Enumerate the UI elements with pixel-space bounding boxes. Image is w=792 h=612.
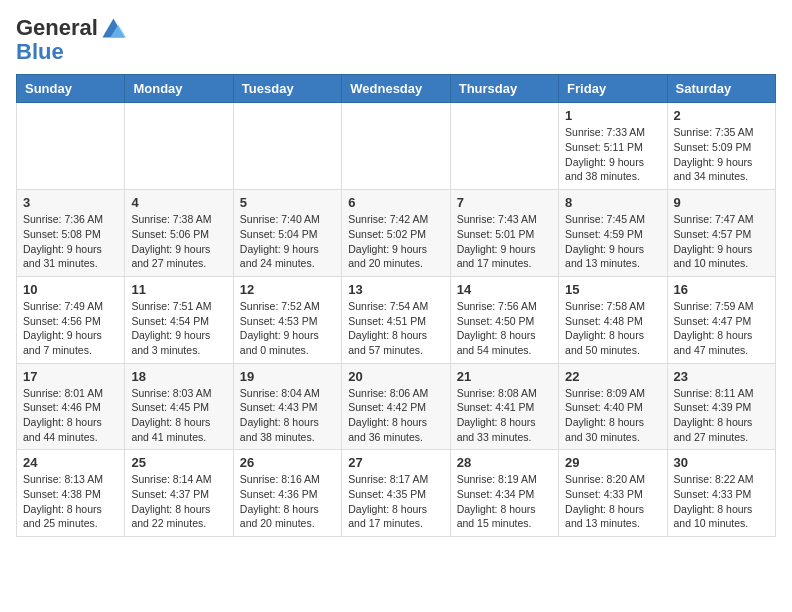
calendar-cell: 18Sunrise: 8:03 AMSunset: 4:45 PMDayligh…: [125, 363, 233, 450]
day-info: Sunrise: 7:58 AMSunset: 4:48 PMDaylight:…: [565, 299, 660, 358]
day-info: Sunrise: 8:04 AMSunset: 4:43 PMDaylight:…: [240, 386, 335, 445]
day-number: 22: [565, 369, 660, 384]
calendar-cell: 13Sunrise: 7:54 AMSunset: 4:51 PMDayligh…: [342, 276, 450, 363]
day-info: Sunrise: 7:38 AMSunset: 5:06 PMDaylight:…: [131, 212, 226, 271]
calendar-cell: 21Sunrise: 8:08 AMSunset: 4:41 PMDayligh…: [450, 363, 558, 450]
day-info: Sunrise: 7:49 AMSunset: 4:56 PMDaylight:…: [23, 299, 118, 358]
day-number: 15: [565, 282, 660, 297]
day-info: Sunrise: 8:03 AMSunset: 4:45 PMDaylight:…: [131, 386, 226, 445]
day-number: 23: [674, 369, 769, 384]
day-number: 1: [565, 108, 660, 123]
day-info: Sunrise: 8:09 AMSunset: 4:40 PMDaylight:…: [565, 386, 660, 445]
calendar-week-2: 3Sunrise: 7:36 AMSunset: 5:08 PMDaylight…: [17, 190, 776, 277]
weekday-header-monday: Monday: [125, 75, 233, 103]
calendar-cell: 30Sunrise: 8:22 AMSunset: 4:33 PMDayligh…: [667, 450, 775, 537]
calendar-cell: 26Sunrise: 8:16 AMSunset: 4:36 PMDayligh…: [233, 450, 341, 537]
calendar-cell: 14Sunrise: 7:56 AMSunset: 4:50 PMDayligh…: [450, 276, 558, 363]
calendar-week-3: 10Sunrise: 7:49 AMSunset: 4:56 PMDayligh…: [17, 276, 776, 363]
day-info: Sunrise: 8:06 AMSunset: 4:42 PMDaylight:…: [348, 386, 443, 445]
day-info: Sunrise: 8:22 AMSunset: 4:33 PMDaylight:…: [674, 472, 769, 531]
day-info: Sunrise: 8:11 AMSunset: 4:39 PMDaylight:…: [674, 386, 769, 445]
page-header: General Blue: [16, 16, 776, 64]
calendar-cell: 20Sunrise: 8:06 AMSunset: 4:42 PMDayligh…: [342, 363, 450, 450]
day-number: 20: [348, 369, 443, 384]
day-number: 14: [457, 282, 552, 297]
day-info: Sunrise: 7:33 AMSunset: 5:11 PMDaylight:…: [565, 125, 660, 184]
day-number: 7: [457, 195, 552, 210]
day-number: 9: [674, 195, 769, 210]
day-info: Sunrise: 7:47 AMSunset: 4:57 PMDaylight:…: [674, 212, 769, 271]
day-number: 19: [240, 369, 335, 384]
day-info: Sunrise: 7:59 AMSunset: 4:47 PMDaylight:…: [674, 299, 769, 358]
day-info: Sunrise: 8:19 AMSunset: 4:34 PMDaylight:…: [457, 472, 552, 531]
day-number: 3: [23, 195, 118, 210]
day-info: Sunrise: 8:13 AMSunset: 4:38 PMDaylight:…: [23, 472, 118, 531]
day-number: 24: [23, 455, 118, 470]
day-number: 6: [348, 195, 443, 210]
calendar-cell: [125, 103, 233, 190]
day-number: 26: [240, 455, 335, 470]
calendar-cell: 7Sunrise: 7:43 AMSunset: 5:01 PMDaylight…: [450, 190, 558, 277]
day-info: Sunrise: 7:35 AMSunset: 5:09 PMDaylight:…: [674, 125, 769, 184]
calendar-cell: 29Sunrise: 8:20 AMSunset: 4:33 PMDayligh…: [559, 450, 667, 537]
weekday-header-friday: Friday: [559, 75, 667, 103]
calendar-cell: 25Sunrise: 8:14 AMSunset: 4:37 PMDayligh…: [125, 450, 233, 537]
calendar-cell: 27Sunrise: 8:17 AMSunset: 4:35 PMDayligh…: [342, 450, 450, 537]
day-info: Sunrise: 8:01 AMSunset: 4:46 PMDaylight:…: [23, 386, 118, 445]
weekday-header-tuesday: Tuesday: [233, 75, 341, 103]
calendar-cell: 11Sunrise: 7:51 AMSunset: 4:54 PMDayligh…: [125, 276, 233, 363]
calendar-cell: 12Sunrise: 7:52 AMSunset: 4:53 PMDayligh…: [233, 276, 341, 363]
day-info: Sunrise: 7:45 AMSunset: 4:59 PMDaylight:…: [565, 212, 660, 271]
day-number: 11: [131, 282, 226, 297]
calendar-cell: 6Sunrise: 7:42 AMSunset: 5:02 PMDaylight…: [342, 190, 450, 277]
day-info: Sunrise: 7:51 AMSunset: 4:54 PMDaylight:…: [131, 299, 226, 358]
day-info: Sunrise: 7:43 AMSunset: 5:01 PMDaylight:…: [457, 212, 552, 271]
calendar-cell: 3Sunrise: 7:36 AMSunset: 5:08 PMDaylight…: [17, 190, 125, 277]
day-info: Sunrise: 8:20 AMSunset: 4:33 PMDaylight:…: [565, 472, 660, 531]
calendar-cell: 22Sunrise: 8:09 AMSunset: 4:40 PMDayligh…: [559, 363, 667, 450]
calendar-cell: [342, 103, 450, 190]
calendar: SundayMondayTuesdayWednesdayThursdayFrid…: [16, 74, 776, 537]
day-info: Sunrise: 8:16 AMSunset: 4:36 PMDaylight:…: [240, 472, 335, 531]
day-info: Sunrise: 7:54 AMSunset: 4:51 PMDaylight:…: [348, 299, 443, 358]
calendar-cell: 24Sunrise: 8:13 AMSunset: 4:38 PMDayligh…: [17, 450, 125, 537]
day-number: 5: [240, 195, 335, 210]
day-info: Sunrise: 7:52 AMSunset: 4:53 PMDaylight:…: [240, 299, 335, 358]
calendar-cell: 19Sunrise: 8:04 AMSunset: 4:43 PMDayligh…: [233, 363, 341, 450]
weekday-header-saturday: Saturday: [667, 75, 775, 103]
day-info: Sunrise: 8:08 AMSunset: 4:41 PMDaylight:…: [457, 386, 552, 445]
calendar-cell: 15Sunrise: 7:58 AMSunset: 4:48 PMDayligh…: [559, 276, 667, 363]
calendar-cell: 23Sunrise: 8:11 AMSunset: 4:39 PMDayligh…: [667, 363, 775, 450]
day-info: Sunrise: 7:42 AMSunset: 5:02 PMDaylight:…: [348, 212, 443, 271]
day-number: 21: [457, 369, 552, 384]
calendar-cell: 5Sunrise: 7:40 AMSunset: 5:04 PMDaylight…: [233, 190, 341, 277]
day-info: Sunrise: 7:36 AMSunset: 5:08 PMDaylight:…: [23, 212, 118, 271]
weekday-header-thursday: Thursday: [450, 75, 558, 103]
weekday-header-wednesday: Wednesday: [342, 75, 450, 103]
calendar-cell: 16Sunrise: 7:59 AMSunset: 4:47 PMDayligh…: [667, 276, 775, 363]
calendar-header-row: SundayMondayTuesdayWednesdayThursdayFrid…: [17, 75, 776, 103]
day-number: 2: [674, 108, 769, 123]
calendar-cell: 4Sunrise: 7:38 AMSunset: 5:06 PMDaylight…: [125, 190, 233, 277]
day-info: Sunrise: 7:40 AMSunset: 5:04 PMDaylight:…: [240, 212, 335, 271]
day-number: 28: [457, 455, 552, 470]
calendar-cell: [233, 103, 341, 190]
day-number: 10: [23, 282, 118, 297]
day-info: Sunrise: 8:17 AMSunset: 4:35 PMDaylight:…: [348, 472, 443, 531]
calendar-week-1: 1Sunrise: 7:33 AMSunset: 5:11 PMDaylight…: [17, 103, 776, 190]
day-number: 4: [131, 195, 226, 210]
day-info: Sunrise: 7:56 AMSunset: 4:50 PMDaylight:…: [457, 299, 552, 358]
calendar-cell: [17, 103, 125, 190]
day-number: 30: [674, 455, 769, 470]
day-number: 18: [131, 369, 226, 384]
calendar-cell: 28Sunrise: 8:19 AMSunset: 4:34 PMDayligh…: [450, 450, 558, 537]
calendar-cell: 1Sunrise: 7:33 AMSunset: 5:11 PMDaylight…: [559, 103, 667, 190]
weekday-header-sunday: Sunday: [17, 75, 125, 103]
day-number: 12: [240, 282, 335, 297]
calendar-week-4: 17Sunrise: 8:01 AMSunset: 4:46 PMDayligh…: [17, 363, 776, 450]
day-number: 29: [565, 455, 660, 470]
calendar-cell: 9Sunrise: 7:47 AMSunset: 4:57 PMDaylight…: [667, 190, 775, 277]
calendar-cell: 17Sunrise: 8:01 AMSunset: 4:46 PMDayligh…: [17, 363, 125, 450]
day-number: 8: [565, 195, 660, 210]
calendar-cell: [450, 103, 558, 190]
